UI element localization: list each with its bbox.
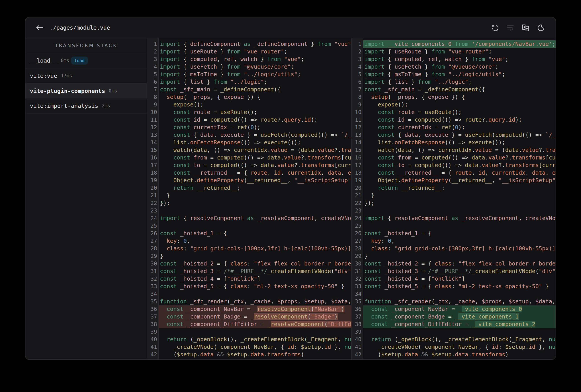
code-line-to-14: list.onFetchResponse(() => execute()); <box>363 139 556 146</box>
code-line-to-38: const _component_DiffEditor = __vite_com… <box>363 320 556 328</box>
text-wrap-icon <box>506 24 514 32</box>
line-number: 4 <box>147 63 158 70</box>
sidebar-item--load-[interactable]: __load__0msload <box>26 53 147 68</box>
plugin-time: 17ms <box>61 73 72 78</box>
plugin-time: 2ms <box>102 103 110 108</box>
code-line-from-37: const _component_Badge = _resolveCompone… <box>158 313 351 320</box>
line-number: 8 <box>352 93 363 101</box>
code-line-to-15: watch(data, () => currentIdx.value = (da… <box>363 146 556 154</box>
back-button[interactable] <box>36 25 44 31</box>
line-number: 23 <box>352 207 363 214</box>
code-line-to-23 <box>363 207 556 214</box>
code-line-to-36: const _component_NavBar = __vite_compone… <box>363 305 556 313</box>
plugin-name: vite:import-analysis <box>30 102 98 109</box>
code-line-to-13: const { data, execute } = useFetch(compu… <box>363 131 556 139</box>
code-line-from-42: ($setup.data && $setup.data.transforms) <box>158 351 351 358</box>
text-wrap-button[interactable] <box>506 24 514 32</box>
code-line-from-5: import { msToTime } from "../logic/utils… <box>158 70 351 78</box>
code-line-to-1: import __vite_components_0 from '/compon… <box>363 40 556 48</box>
line-number: 21 <box>352 192 363 199</box>
code-line-to-33: const _hoisted_5 = { class: "ml-2 text-x… <box>363 283 556 290</box>
code-line-to-11: const id = computed(() => route?.query.i… <box>363 116 556 124</box>
code-line-to-37: const _component_Badge = __vite_componen… <box>363 313 556 320</box>
line-number: 12 <box>352 124 363 131</box>
line-number-gutter: 1234567891011121314151617181920212223242… <box>352 38 363 360</box>
code-pane-from[interactable]: 1234567891011121314151617181920212223242… <box>147 38 352 360</box>
code-line-to-41: _createVNode(_component_NavBar, { id: $s… <box>363 343 556 351</box>
code-line-from-7: const _sfc_main = _defineComponent({ <box>158 86 351 93</box>
plugin-name: vite-plugin-components <box>30 88 105 94</box>
code-line-to-19: Object.defineProperty(__returned__, "__i… <box>363 176 556 184</box>
line-number: 25 <box>352 222 363 230</box>
line-number: 32 <box>147 275 158 283</box>
arrow-left-icon <box>36 25 43 30</box>
code-content: import __vite_components_0 from '/compon… <box>363 38 556 360</box>
line-number: 24 <box>352 214 363 222</box>
line-number: 2 <box>147 48 158 56</box>
code-line-to-20: return __returned__; <box>363 184 556 192</box>
code-line-from-29: } <box>158 252 351 260</box>
code-line-from-13: const { data, execute } = useFetch(compu… <box>158 131 351 139</box>
line-number: 27 <box>352 237 363 245</box>
code-line-to-40: return (_openBlock(), _createElementBloc… <box>363 336 556 343</box>
code-pane-to[interactable]: 1234567891011121314151617181920212223242… <box>352 38 556 360</box>
line-number: 31 <box>147 268 158 275</box>
line-number: 33 <box>352 283 363 290</box>
code-line-from-9: expose(); <box>158 101 351 108</box>
line-number: 13 <box>147 131 158 139</box>
diff-editors: 1234567891011121314151617181920212223242… <box>147 38 556 360</box>
plugin-name: vite:vue <box>30 72 57 79</box>
line-number: 36 <box>147 305 158 313</box>
plugin-time: 0ms <box>61 58 69 63</box>
sidebar-item-vite-vue[interactable]: vite:vue17ms <box>26 68 147 83</box>
line-number: 26 <box>147 230 158 237</box>
code-line-to-2: import { useRoute } from "vue-router"; <box>363 48 556 56</box>
line-number: 7 <box>352 86 363 93</box>
code-line-to-34 <box>363 290 556 298</box>
line-number: 31 <box>352 268 363 275</box>
code-line-to-4: import { useFetch } from "@vueuse/core"; <box>363 63 556 70</box>
sidebar-item-vite-import-analysis[interactable]: vite:import-analysis2ms <box>26 98 147 113</box>
code-line-to-16: const from = computed(() => data.value?.… <box>363 154 556 162</box>
code-line-to-28: class: "grid grid-cols-[300px,3fr] h-[ca… <box>363 245 556 252</box>
title-path: /pages/module.vue <box>53 24 110 31</box>
line-number: 16 <box>147 154 158 162</box>
code-line-to-24: import { resolveComponent as _resolveCom… <box>363 214 556 222</box>
line-number: 39 <box>352 328 363 336</box>
dark-mode-button[interactable] <box>537 24 544 32</box>
code-line-to-8: setup(__props, { expose }) { <box>363 93 556 101</box>
line-number: 41 <box>147 343 158 351</box>
code-line-from-33: const _hoisted_5 = { class: "ml-2 text-x… <box>158 283 351 290</box>
plugin-list: __load__0msloadvite:vue17msvite-plugin-c… <box>26 53 147 113</box>
code-line-from-23 <box>158 207 351 214</box>
sidebar-item-vite-plugin-components[interactable]: vite-plugin-components0ms <box>26 83 147 98</box>
code-line-from-14: list.onFetchResponse(() => execute()); <box>158 139 351 146</box>
line-number: 39 <box>147 328 158 336</box>
line-number: 40 <box>147 336 158 343</box>
code-line-to-26: const _hoisted_1 = { <box>363 230 556 237</box>
topbar-actions <box>492 24 544 32</box>
code-line-to-6: import { list } from "../logic"; <box>363 78 556 86</box>
line-number: 35 <box>147 298 158 305</box>
diff-mode-button[interactable] <box>522 24 529 32</box>
line-number: 18 <box>147 169 158 176</box>
line-number: 12 <box>147 124 158 131</box>
code-line-from-38: const _component_DiffEditor = _resolveCo… <box>158 320 351 328</box>
refresh-button[interactable] <box>492 24 499 32</box>
line-number: 34 <box>147 290 158 298</box>
line-number: 14 <box>147 139 158 146</box>
code-line-from-11: const id = computed(() => route?.query.i… <box>158 116 351 124</box>
line-number: 1 <box>147 40 158 48</box>
hook-badge: load <box>71 56 88 64</box>
plugin-time: 0ms <box>109 88 117 94</box>
line-number: 30 <box>147 260 158 268</box>
code-line-from-24: import { resolveComponent as _resolveCom… <box>158 214 351 222</box>
code-line-to-32: const _hoisted_4 = ["onClick"] <box>363 275 556 283</box>
line-number: 37 <box>147 313 158 320</box>
line-number: 41 <box>352 343 363 351</box>
code-line-from-31: const _hoisted_3 = /*#__PURE__*/_createE… <box>158 268 351 275</box>
code-line-from-30: const _hoisted_2 = { class: "flex flex-c… <box>158 260 351 268</box>
line-number: 11 <box>147 116 158 124</box>
line-number: 10 <box>147 108 158 116</box>
code-line-from-6: import { list } from "../logic"; <box>158 78 351 86</box>
